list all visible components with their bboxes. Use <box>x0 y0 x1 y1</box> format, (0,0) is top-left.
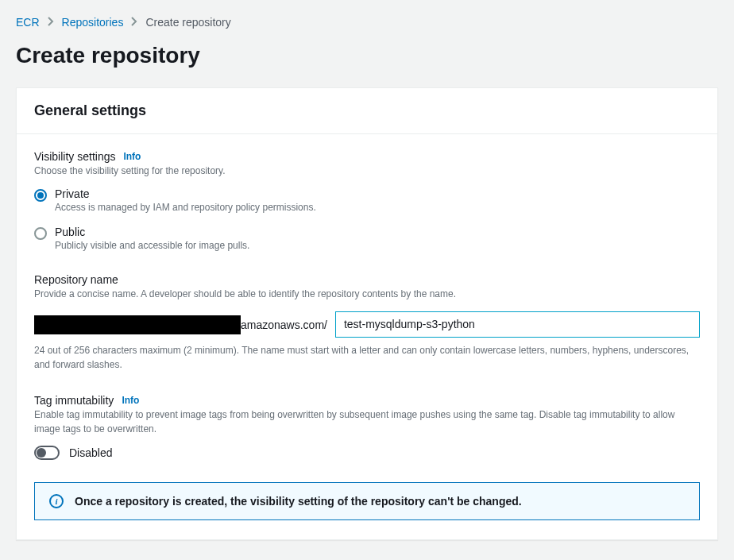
breadcrumb-link-repositories[interactable]: Repositories <box>62 16 124 29</box>
info-icon: i <box>49 494 64 508</box>
breadcrumb-current: Create repository <box>145 16 230 29</box>
breadcrumb: ECR Repositories Create repository <box>16 16 718 29</box>
tag-immutability-section: Tag immutability Info Enable tag immutab… <box>34 394 700 460</box>
toggle-knob-icon <box>37 448 46 458</box>
tag-immutability-state: Disabled <box>69 446 112 459</box>
visibility-radio-private[interactable]: Private Access is managed by IAM and rep… <box>34 187 700 213</box>
visibility-info-link[interactable]: Info <box>123 151 141 162</box>
visibility-section: Visibility settings Info Choose the visi… <box>34 150 700 251</box>
redacted-account-id <box>34 315 241 334</box>
tag-immutability-help: Enable tag immutability to prevent image… <box>34 408 700 436</box>
tag-immutability-toggle[interactable] <box>34 446 60 460</box>
repository-name-label: Repository name <box>34 273 118 286</box>
repository-name-help: Provide a concise name. A developer shou… <box>34 288 700 301</box>
panel-title: General settings <box>34 102 700 119</box>
visibility-label: Visibility settings <box>34 150 115 163</box>
breadcrumb-link-ecr[interactable]: ECR <box>16 16 40 29</box>
general-settings-panel: General settings Visibility settings Inf… <box>16 87 718 540</box>
repository-name-input[interactable] <box>335 311 700 338</box>
visibility-radio-public[interactable]: Public Publicly visible and accessible f… <box>34 226 700 251</box>
visibility-immutable-alert: i Once a repository is created, the visi… <box>34 482 700 520</box>
repository-name-section: Repository name Provide a concise name. … <box>34 273 700 372</box>
registry-domain-suffix: amazonaws.com/ <box>241 319 327 331</box>
radio-desc: Access is managed by IAM and repository … <box>55 202 316 213</box>
tag-immutability-label: Tag immutability <box>34 394 114 407</box>
tag-immutability-info-link[interactable]: Info <box>122 395 139 406</box>
radio-title: Public <box>55 226 249 238</box>
panel-header: General settings <box>17 88 717 134</box>
radio-desc: Publicly visible and accessible for imag… <box>55 240 249 251</box>
visibility-radio-group: Private Access is managed by IAM and rep… <box>34 187 700 251</box>
chevron-right-icon <box>131 16 137 29</box>
chevron-right-icon <box>48 16 54 29</box>
registry-uri-prefix: amazonaws.com/ <box>34 311 327 338</box>
radio-title: Private <box>55 187 316 200</box>
radio-icon <box>34 227 47 240</box>
repository-name-constraint: 24 out of 256 characters maximum (2 mini… <box>34 344 700 372</box>
visibility-help: Choose the visibility setting for the re… <box>34 164 700 178</box>
page-title: Create repository <box>16 43 718 68</box>
alert-text: Once a repository is created, the visibi… <box>75 495 522 508</box>
radio-icon <box>34 189 47 202</box>
